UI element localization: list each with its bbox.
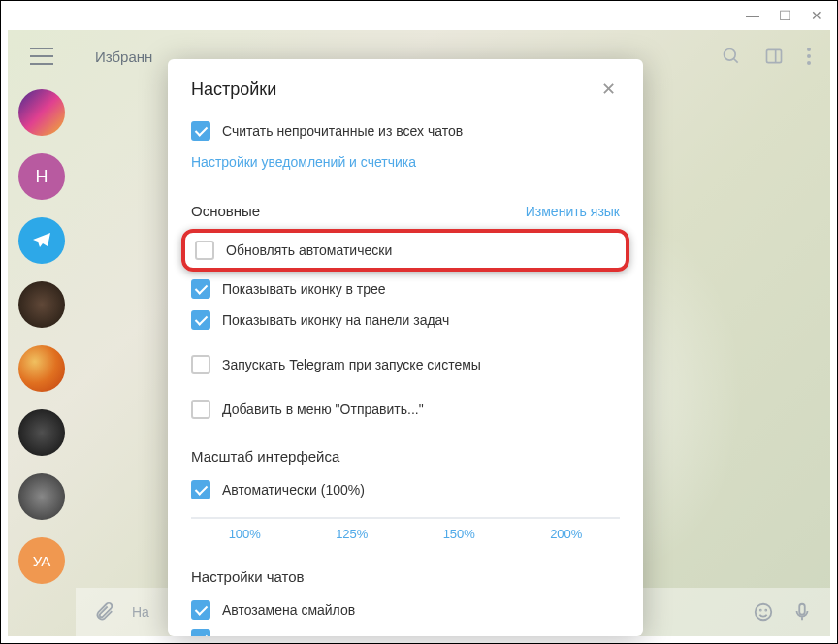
window-controls: — ☐ ✕ (731, 1, 837, 30)
checkbox-label: Запускать Telegram при запуске системы (222, 357, 481, 372)
checkbox-label: Показывать иконку в трее (222, 281, 386, 297)
checkbox-icon (191, 121, 210, 141)
settings-modal: Настройки ✕ Считать непрочитанные из все… (168, 59, 643, 636)
checkbox-icon (191, 355, 210, 374)
svg-point-5 (760, 610, 761, 611)
scale-option-150[interactable]: 150% (405, 527, 513, 541)
attach-icon[interactable] (93, 601, 114, 623)
change-language-link[interactable]: Изменить язык (526, 204, 620, 219)
checkbox-icon (191, 310, 210, 330)
sidebar-toggle-icon[interactable] (764, 47, 784, 66)
hamburger-menu-icon[interactable] (30, 48, 53, 65)
scale-option-100[interactable]: 100% (191, 527, 299, 541)
sidebar: Н УА (8, 30, 76, 644)
emoji-replace-checkbox[interactable]: Автозамена смайлов (191, 595, 620, 626)
maximize-button[interactable]: ☐ (779, 8, 791, 23)
taskbar-icon-checkbox[interactable]: Показывать иконку на панели задач (191, 305, 620, 336)
modal-header: Настройки ✕ (168, 59, 643, 115)
scale-option-200[interactable]: 200% (513, 527, 621, 541)
svg-line-1 (734, 59, 738, 63)
notification-settings-link[interactable]: Настройки уведомлений и счетчика (191, 146, 620, 176)
emoji-icon[interactable] (753, 601, 774, 623)
chat-avatar[interactable] (18, 281, 65, 328)
checkbox-icon (191, 480, 210, 499)
minimize-button[interactable]: — (746, 8, 759, 23)
chat-avatar[interactable]: УА (18, 537, 65, 584)
chat-avatar[interactable] (18, 409, 65, 456)
voice-icon[interactable] (791, 601, 813, 623)
svg-rect-2 (767, 49, 782, 62)
svg-point-4 (756, 604, 772, 621)
tray-icon-checkbox[interactable]: Показывать иконку в трее (191, 274, 620, 305)
chat-avatar[interactable]: Н (18, 153, 65, 200)
checkbox-label: Показывать иконку на панели задач (222, 312, 449, 328)
checkbox-icon (191, 279, 210, 299)
checkbox-icon (191, 400, 210, 419)
checkbox-label: Добавить в меню "Отправить..." (222, 402, 424, 417)
section-title: Настройки чатов (191, 568, 305, 585)
checkbox-label: Обновлять автоматически (226, 242, 392, 258)
more-options-icon[interactable] (807, 48, 811, 65)
checkbox-icon (191, 629, 210, 636)
highlighted-option: Обновлять автоматически (181, 229, 629, 272)
send-to-menu-checkbox[interactable]: Добавить в меню "Отправить..." (191, 394, 620, 425)
autostart-checkbox[interactable]: Запускать Telegram при запуске системы (191, 349, 620, 380)
search-icon[interactable] (722, 47, 741, 66)
svg-point-6 (765, 610, 766, 611)
checkbox-label: Автозамена смайлов (222, 602, 355, 618)
scale-option-125[interactable]: 125% (299, 527, 406, 541)
chat-avatar[interactable] (18, 473, 65, 520)
checkbox-icon (195, 241, 214, 260)
scale-section: Масштаб интерфейса Автоматически (100%) … (191, 448, 620, 547)
chats-section-header: Настройки чатов (191, 568, 620, 585)
svg-rect-7 (799, 604, 805, 615)
modal-body: Считать непрочитанные из всех чатов Наст… (168, 115, 643, 636)
chat-avatar[interactable] (18, 345, 65, 392)
auto-update-checkbox[interactable]: Обновлять автоматически (191, 237, 620, 264)
general-section-header: Основные Изменить язык (191, 203, 620, 219)
close-modal-button[interactable]: ✕ (597, 77, 620, 102)
partial-checkbox[interactable] (191, 624, 620, 636)
checkbox-icon (191, 600, 210, 620)
auto-scale-checkbox[interactable]: Автоматически (100%) (191, 474, 620, 505)
unread-all-chats-checkbox[interactable]: Считать непрочитанные из всех чатов (191, 115, 620, 146)
scale-options: 100% 125% 150% 200% (191, 517, 620, 547)
chat-title: Избранн (95, 48, 152, 65)
telegram-icon (30, 229, 53, 252)
checkbox-label: Считать непрочитанные из всех чатов (222, 123, 463, 139)
modal-title: Настройки (191, 80, 276, 100)
scale-section-title: Масштаб интерфейса (191, 448, 620, 465)
checkbox-label: Автоматически (100%) (222, 482, 365, 498)
chat-avatar[interactable] (18, 217, 65, 264)
chat-avatar[interactable] (18, 89, 65, 136)
section-title: Основные (191, 203, 260, 219)
close-window-button[interactable]: ✕ (811, 8, 822, 23)
svg-point-0 (725, 49, 736, 61)
